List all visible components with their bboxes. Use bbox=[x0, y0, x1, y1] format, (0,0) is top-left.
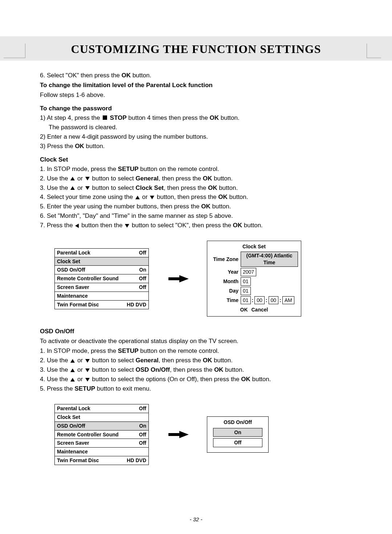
clock-step-4: 4. Select your time zone using the or bu… bbox=[40, 193, 356, 201]
bold-stop: STOP bbox=[110, 114, 127, 121]
text: button. bbox=[212, 357, 233, 364]
osd-step-1: 1. In STOP mode, press the SETUP button … bbox=[40, 347, 356, 355]
follow-steps-text: Follow steps 1-6 above. bbox=[40, 91, 356, 99]
clock-step-5: 5. Enter the year using the number butto… bbox=[40, 203, 356, 211]
osd-heading: OSD On/Off bbox=[40, 327, 356, 336]
clock-set-heading: Clock Set bbox=[40, 156, 356, 164]
text: or bbox=[75, 175, 85, 182]
text: , then press the bbox=[159, 357, 203, 364]
bold-ok: OK bbox=[75, 143, 84, 150]
menu-row: Parental LockOff bbox=[55, 404, 148, 413]
text: button. bbox=[212, 175, 233, 182]
time-label: Time bbox=[210, 297, 238, 304]
text: or bbox=[75, 184, 85, 191]
text: 4. Select your time zone using the bbox=[40, 193, 135, 200]
right-arrow-icon bbox=[179, 275, 189, 282]
menu-row-label: OSD On/Off bbox=[57, 423, 85, 429]
bold-osd: OSD On/Off bbox=[136, 366, 170, 373]
bold-ok: OK bbox=[122, 72, 131, 79]
pw-step-1b: The password is cleared. bbox=[40, 123, 356, 132]
text: button. bbox=[242, 222, 263, 229]
page-number: - 32 - bbox=[0, 516, 392, 523]
menu-row: OSD On/OffOn bbox=[55, 421, 148, 430]
bold-ok: OK bbox=[203, 175, 212, 182]
day-label: Day bbox=[210, 288, 238, 294]
down-arrow-icon bbox=[85, 378, 90, 382]
menu-row-value: On bbox=[139, 266, 146, 273]
text: or bbox=[75, 357, 85, 364]
timezone-label: Time Zone bbox=[210, 256, 238, 263]
up-arrow-icon bbox=[135, 196, 140, 199]
clock-step-7: 7. Press the button then the button to s… bbox=[40, 221, 356, 230]
text: button. bbox=[219, 114, 240, 121]
menu-row-value: On bbox=[139, 423, 146, 429]
text: button to select bbox=[90, 366, 136, 373]
menu-row-value: Off bbox=[139, 284, 146, 291]
menu-row-label: Screen Saver bbox=[57, 284, 89, 291]
osd-desc: To activate or deactivate the operationa… bbox=[40, 337, 356, 346]
clock-panel-title: Clock Set bbox=[210, 243, 298, 250]
menu-row-label: Maintenance bbox=[57, 448, 88, 455]
text: 5. Press the bbox=[40, 385, 74, 392]
page-title: CUSTOMIZING THE FUNCTION SETTINGS bbox=[0, 36, 392, 61]
bold-setup: SETUP bbox=[118, 166, 139, 172]
menu-row-value: Off bbox=[139, 249, 146, 256]
bold-ok: OK bbox=[210, 114, 219, 121]
day-value: 01 bbox=[241, 287, 251, 295]
bold-ok: OK bbox=[233, 222, 242, 229]
text: , then press the bbox=[159, 175, 203, 182]
menu-row-label: Twin Format Disc bbox=[57, 457, 99, 464]
down-arrow-icon bbox=[85, 368, 90, 372]
year-value: 2007 bbox=[241, 268, 256, 276]
bold-ok: OK bbox=[214, 366, 224, 373]
clock-set-panel-diagram: Clock Set Time Zone (GMT-4:00) Atlantic … bbox=[207, 241, 301, 317]
menu-row-label: Clock Set bbox=[57, 414, 80, 421]
menu-row: Clock Set bbox=[55, 257, 148, 266]
osd-step-3: 3. Use the or button to select OSD On/Of… bbox=[40, 366, 356, 374]
menu-row-value: Off bbox=[139, 440, 146, 447]
bold-ok: OK bbox=[241, 376, 250, 383]
menu-row-value: HD DVD bbox=[127, 457, 146, 464]
bold-ok: OK bbox=[203, 357, 212, 364]
text: button. bbox=[131, 72, 151, 79]
menu-row: Maintenance bbox=[55, 447, 148, 456]
clock-step-2: 2. Use the or button to select General, … bbox=[40, 175, 356, 183]
up-arrow-icon bbox=[70, 186, 75, 190]
down-arrow-icon bbox=[150, 196, 154, 199]
text: 6. Select "OK" then press the bbox=[40, 72, 122, 79]
down-arrow-icon bbox=[85, 186, 90, 190]
bold-general: General bbox=[136, 175, 159, 182]
up-arrow-icon bbox=[70, 177, 75, 180]
menu-row-label: Remote Controller Sound bbox=[57, 431, 119, 438]
osd-step-4: 4. Use the or button to select the optio… bbox=[40, 375, 356, 384]
general-menu-diagram: Parental LockOffClock SetOSD On/OffOnRem… bbox=[54, 248, 149, 309]
bold-ok: OK bbox=[201, 203, 211, 210]
text: or bbox=[75, 366, 85, 373]
menu-row-label: Parental Lock bbox=[57, 405, 90, 412]
menu-row-label: Remote Controller Sound bbox=[57, 275, 119, 282]
menu-row-label: OSD On/Off bbox=[57, 266, 85, 273]
text: or bbox=[75, 376, 85, 383]
menu-row: Screen SaverOff bbox=[55, 439, 148, 447]
parental-lock-change-heading: To change the limitation level of the Pa… bbox=[40, 81, 356, 90]
bold-setup: SETUP bbox=[74, 385, 95, 392]
left-arrow-icon bbox=[75, 224, 79, 228]
text: button. bbox=[211, 203, 231, 210]
text: 1. In STOP mode, press the bbox=[40, 347, 118, 354]
text: button to select "OK", then press the bbox=[130, 222, 233, 229]
menu-row: Remote Controller SoundOff bbox=[55, 274, 148, 283]
down-arrow-icon bbox=[85, 177, 90, 180]
text: 1) At step 4, press the bbox=[40, 114, 102, 121]
text: or bbox=[140, 193, 150, 200]
bold-general: General bbox=[136, 357, 159, 364]
text: button on the remote control. bbox=[139, 166, 219, 172]
text: 1. In STOP mode, press the bbox=[40, 166, 118, 172]
bold-ok: OK bbox=[208, 184, 217, 191]
bold-clock-set: Clock Set bbox=[136, 184, 164, 191]
text: 5. Enter the year using the number butto… bbox=[40, 203, 201, 210]
time-sec: 00 bbox=[269, 296, 279, 305]
menu-row-value: Off bbox=[139, 431, 146, 438]
osd-option-on: On bbox=[213, 428, 262, 437]
clock-step-3: 3. Use the or button to select Clock Set… bbox=[40, 184, 356, 192]
text: , then press the bbox=[170, 366, 214, 373]
